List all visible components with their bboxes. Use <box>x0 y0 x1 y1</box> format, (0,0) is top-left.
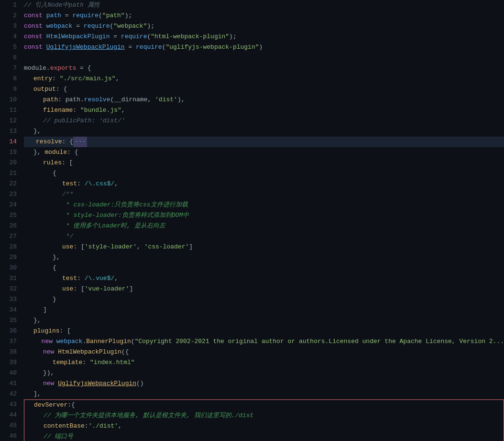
devserver-box: devServer:{ // 为哪一个文件夹提供本地服务, 默认是根文件夹, 我… <box>24 399 504 441</box>
code-line-12: // publicPath: 'dist/' <box>24 116 504 126</box>
code-text: */ <box>62 231 73 242</box>
code-text: resolve <box>36 137 62 147</box>
code-text: template <box>53 357 82 368</box>
code-text: module <box>24 63 46 74</box>
line-num-44: 44 <box>4 410 17 420</box>
code-text: rules <box>43 158 62 168</box>
code-text: = { <box>76 63 91 74</box>
code-lines: // 引入Node中path 属性 const path = require("… <box>22 0 504 441</box>
code-text: resolve <box>84 95 110 105</box>
code-text: /\.css$/ <box>85 179 114 189</box>
code-text: exports <box>50 63 77 74</box>
line-num-1: 1 <box>4 0 17 11</box>
code-text: UglifyjsWebpackPlugin <box>46 42 125 53</box>
code-text: "webpack" <box>113 21 147 32</box>
line-num-26: 26 <box>4 221 17 231</box>
code-line-39: template: "index.html" <box>24 357 504 368</box>
code-line-13: }, <box>24 126 504 137</box>
code-text: : { <box>67 147 78 158</box>
code-line-43: devServer:{ <box>24 400 504 410</box>
code-text: test <box>62 179 77 189</box>
line-num-40: 40 <box>4 368 17 378</box>
line-num-12: 12 <box>4 116 17 126</box>
line-num-37: 37 <box>4 336 17 347</box>
code-text: 'style-loader' <box>85 242 137 252</box>
code-text: "bundle.js" <box>80 105 121 116</box>
code-editor: 1 2 3 4 5 6 7 8 9 10 11 12 13 14 19 20 2… <box>0 0 504 441</box>
code-text: devServer <box>34 400 67 410</box>
code-text: test <box>62 273 77 284</box>
code-text: "html-webpack-plugin" <box>151 32 229 42</box>
code-text: "Copyright 2002-2021 the original author… <box>135 336 504 347</box>
line-num-13: 13 <box>4 126 17 137</box>
code-line-9: output: { <box>24 84 504 95</box>
code-text: ] <box>129 284 133 294</box>
code-text: /** <box>62 189 73 200</box>
line-num-23: 23 <box>4 189 17 200</box>
line-num-33: 33 <box>4 294 17 305</box>
line-num-31: 31 <box>4 273 17 284</box>
code-text: HtmlWebpackPlugin <box>58 347 121 357</box>
code-text: // 端口号 <box>44 431 73 441</box>
code-text: : <box>82 357 90 368</box>
code-text: : path. <box>58 95 84 105</box>
code-text: : <box>77 273 85 284</box>
code-text: const <box>24 11 46 21</box>
code-text: , <box>118 421 122 431</box>
code-text: }, <box>33 126 41 137</box>
code-line-35: }, <box>24 315 504 326</box>
code-line-20: rules: [ <box>24 158 504 168</box>
line-num-43: 43 <box>4 399 17 410</box>
code-text: * style-loader:负责将样式添加到DOM中 <box>62 210 189 221</box>
code-line-3: const webpack = require("webpack"); <box>24 21 504 32</box>
code-text: new <box>42 336 56 347</box>
code-text: , <box>116 74 120 84</box>
line-num-35: 35 <box>4 315 17 326</box>
code-line-21: { <box>24 168 504 179</box>
code-text: = <box>110 32 121 42</box>
line-num-9: 9 <box>4 84 17 95</box>
code-text: * 使用多个Loader时, 是从右向左 <box>62 221 165 231</box>
code-text: "./src/main.js" <box>60 74 116 84</box>
code-text: :{ <box>67 400 75 410</box>
line-num-36: 36 <box>4 326 17 336</box>
code-text: HtmlWebpackPlugin <box>46 32 110 42</box>
line-num-41: 41 <box>4 378 17 389</box>
line-num-29: 29 <box>4 252 17 263</box>
line-num-11: 11 <box>4 105 17 116</box>
code-line-25: * style-loader:负责将样式添加到DOM中 <box>24 210 504 221</box>
inline-hint: ··· <box>73 137 87 147</box>
code-text: UglifyjsWebpackPlugin <box>58 378 136 389</box>
code-line-44: // 为哪一个文件夹提供本地服务, 默认是根文件夹, 我们这里写的./dist <box>24 410 504 421</box>
code-line-27: */ <box>24 231 504 242</box>
line-num-7: 7 <box>4 63 17 74</box>
code-text: ] <box>189 242 193 252</box>
code-line-46: // 端口号 <box>24 431 504 441</box>
code-text: plugins <box>33 326 60 336</box>
code-text: . <box>82 336 86 347</box>
code-text: } <box>53 294 56 305</box>
code-text: = <box>61 11 72 21</box>
line-numbers: 1 2 3 4 5 6 7 8 9 10 11 12 13 14 19 20 2… <box>0 0 22 441</box>
code-text: output <box>33 84 56 95</box>
code-text: path <box>43 95 58 105</box>
code-text: "index.html" <box>90 357 135 368</box>
line-num-20: 20 <box>4 158 17 168</box>
code-line-8: entry: "./src/main.js", <box>24 74 504 84</box>
line-num-32: 32 <box>4 284 17 294</box>
code-text: filename <box>43 105 73 116</box>
code-text: : [ <box>60 326 71 336</box>
code-text: path <box>46 11 61 21</box>
code-text: ); <box>147 21 154 32</box>
code-line-36: plugins: [ <box>24 326 504 336</box>
code-line-31: test: /\.vue$/, <box>24 273 504 284</box>
code-line-26: * 使用多个Loader时, 是从右向左 <box>24 221 504 231</box>
code-text: entry <box>33 74 52 84</box>
code-line-22: test: /\.css$/, <box>24 179 504 189</box>
code-line-2: const path = require("path"); <box>24 11 504 21</box>
code-text: require <box>121 32 147 42</box>
code-content: 1 2 3 4 5 6 7 8 9 10 11 12 13 14 19 20 2… <box>0 0 504 441</box>
code-text: : [ <box>73 284 84 294</box>
code-text: use <box>62 284 73 294</box>
line-num-10: 10 <box>4 95 17 105</box>
